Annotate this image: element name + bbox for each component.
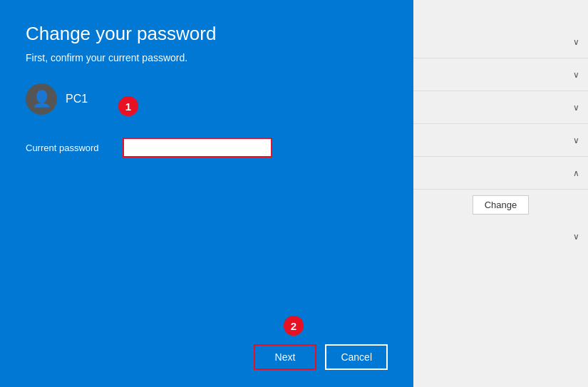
settings-row-4: ∨	[413, 124, 588, 157]
step-badge-2: 2	[284, 316, 304, 336]
chevron-down-icon-3: ∨	[573, 103, 579, 113]
dialog-footer: 2 Next Cancel	[26, 336, 388, 370]
chevron-down-icon-5: ∨	[573, 232, 579, 242]
settings-row-change: ∧	[413, 157, 588, 190]
settings-row-3: ∨	[413, 91, 588, 124]
dialog-subtitle: First, confirm your current password.	[26, 52, 388, 63]
avatar: 👤	[26, 83, 57, 115]
current-password-label: Current password	[26, 143, 111, 153]
settings-row-2: ∨	[413, 58, 588, 91]
chevron-down-icon-1: ∨	[573, 37, 579, 47]
chevron-down-icon-4: ∨	[573, 135, 579, 145]
form-section: 1 Current password	[26, 138, 388, 158]
change-password-dialog: Change your password First, confirm your…	[0, 0, 413, 387]
change-button[interactable]: Change	[473, 195, 530, 215]
user-row: 👤 PC1	[26, 83, 388, 115]
change-row: Change	[413, 190, 588, 220]
user-icon: 👤	[32, 91, 51, 107]
next-button[interactable]: Next	[254, 344, 317, 370]
chevron-down-icon-2: ∨	[573, 70, 579, 80]
background-panel: — ❐ ✕ ∨ ∨ ∨ ∨ ∧ Change ∨	[413, 0, 588, 387]
step-badge-1: 1	[118, 96, 138, 116]
cancel-button[interactable]: Cancel	[325, 344, 388, 370]
current-password-row: Current password	[26, 138, 388, 158]
username-label: PC1	[66, 93, 88, 105]
settings-row-1: ∨	[413, 26, 588, 58]
settings-row-5: ∨	[413, 220, 588, 253]
current-password-input[interactable]	[123, 138, 272, 158]
chevron-up-icon: ∧	[573, 168, 579, 178]
dialog-title: Change your password	[26, 23, 388, 45]
